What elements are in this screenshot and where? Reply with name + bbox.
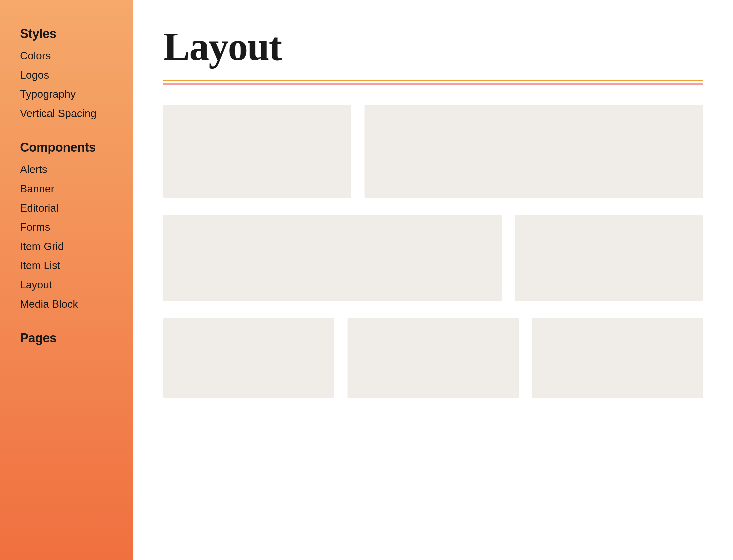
divider-salmon bbox=[163, 83, 703, 85]
grid-row-1 bbox=[163, 105, 703, 198]
sidebar-item-item-list[interactable]: Item List bbox=[20, 259, 113, 273]
sidebar-item-alerts[interactable]: Alerts bbox=[20, 163, 113, 177]
grid-block-1-2 bbox=[365, 105, 703, 198]
sidebar-item-item-grid[interactable]: Item Grid bbox=[20, 240, 113, 254]
sidebar-item-forms[interactable]: Forms bbox=[20, 220, 113, 234]
grid-block-2-1 bbox=[163, 215, 502, 301]
sidebar-section-styles: Styles Colors Logos Typography Vertical … bbox=[20, 27, 113, 120]
sidebar-item-media-block[interactable]: Media Block bbox=[20, 297, 113, 311]
grid-block-3-2 bbox=[348, 318, 518, 398]
grid-block-2-2 bbox=[515, 215, 703, 301]
grid-block-3-1 bbox=[163, 318, 334, 398]
divider-group bbox=[163, 80, 703, 85]
sidebar-section-components: Components Alerts Banner Editorial Forms… bbox=[20, 140, 113, 311]
main-content: Layout bbox=[133, 0, 733, 560]
sidebar-section-title-pages: Pages bbox=[20, 331, 113, 345]
divider-orange bbox=[163, 80, 703, 81]
sidebar: Styles Colors Logos Typography Vertical … bbox=[0, 0, 133, 560]
page-title: Layout bbox=[163, 27, 703, 67]
sidebar-item-colors[interactable]: Colors bbox=[20, 49, 113, 63]
grid-row-2 bbox=[163, 215, 703, 301]
sidebar-section-pages: Pages bbox=[20, 331, 113, 345]
sidebar-item-banner[interactable]: Banner bbox=[20, 182, 113, 196]
grid-block-1-1 bbox=[163, 105, 351, 198]
sidebar-item-layout[interactable]: Layout bbox=[20, 278, 113, 292]
sidebar-item-vertical-spacing[interactable]: Vertical Spacing bbox=[20, 107, 113, 121]
sidebar-section-title-styles: Styles bbox=[20, 27, 113, 41]
grid-row-3 bbox=[163, 318, 703, 398]
grid-block-3-3 bbox=[532, 318, 703, 398]
sidebar-section-title-components: Components bbox=[20, 140, 113, 155]
sidebar-item-editorial[interactable]: Editorial bbox=[20, 201, 113, 215]
sidebar-item-typography[interactable]: Typography bbox=[20, 87, 113, 101]
sidebar-item-logos[interactable]: Logos bbox=[20, 68, 113, 82]
